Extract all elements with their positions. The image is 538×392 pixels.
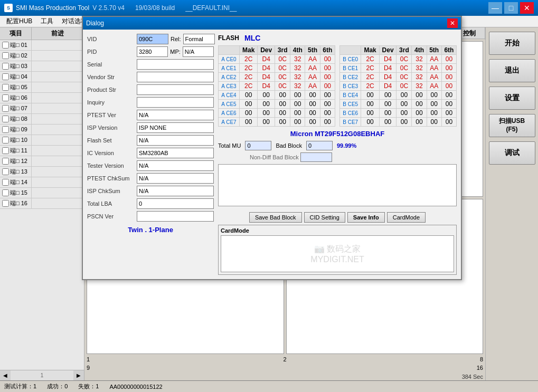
scroll-left[interactable]: ◀ — [0, 370, 11, 380]
port-progress — [32, 188, 84, 198]
flash-b4-mak: 00 — [361, 91, 379, 100]
card-mode-button[interactable]: CardMode — [387, 212, 426, 223]
mp-input[interactable] — [183, 46, 214, 57]
start-button[interactable]: 开始 — [489, 32, 535, 55]
list-item: 端□ 07 — [0, 103, 84, 114]
twin-label-container: Twin . 1-Plane — [87, 226, 214, 234]
scroll-right[interactable]: ▶ — [73, 370, 84, 380]
list-item: 端□ 01 — [0, 40, 84, 51]
port-checkbox[interactable] — [2, 126, 9, 133]
flash-a3-6th: 00 — [320, 82, 335, 91]
ptest-ver-input[interactable] — [137, 110, 214, 120]
port-cell: 端□ 16 — [0, 198, 32, 208]
port-checkbox[interactable] — [2, 63, 9, 70]
port-checkbox[interactable] — [2, 94, 9, 101]
flash-a5-5th: 00 — [305, 100, 320, 109]
flash-b6-6th: 00 — [441, 109, 456, 118]
ic-version-input[interactable] — [137, 148, 214, 158]
port-checkbox[interactable] — [2, 52, 9, 59]
tester-version-label: Tester Version — [87, 162, 135, 169]
right-panel: 开始 退出 设置 扫描USB(F5) 调试 — [485, 27, 538, 380]
list-item: 端□ 11 — [0, 146, 84, 156]
serial-input[interactable] — [137, 59, 214, 70]
minimize-button[interactable]: — — [488, 2, 502, 14]
list-item: 端□ 12 — [0, 156, 84, 167]
dialog-close-button[interactable]: ✕ — [447, 18, 458, 28]
port-checkbox[interactable] — [2, 105, 9, 112]
total-mu-input[interactable] — [245, 141, 271, 150]
port-progress — [32, 114, 84, 124]
flash-a1-mak: 2C — [239, 64, 257, 73]
bad-block-input[interactable] — [306, 141, 333, 150]
port-checkbox[interactable] — [2, 137, 9, 144]
ce-label-b1: B CE1 — [340, 64, 361, 73]
ce-label-a0: A CE0 — [219, 55, 240, 64]
flash-row-a-ce7: A CE7 00 00 00 00 00 00 — [219, 118, 335, 127]
port-cell: 端□ 03 — [0, 61, 32, 71]
product-label: Product Str — [87, 87, 135, 93]
flash-set-input[interactable] — [137, 135, 214, 146]
port-cell: 端□ 15 — [0, 188, 32, 198]
list-item: 端□ 09 — [0, 125, 84, 135]
port-progress — [32, 198, 84, 208]
ce-label-a7: A CE7 — [219, 118, 240, 127]
vid-input[interactable] — [137, 34, 168, 44]
menu-tools[interactable]: 工具 — [36, 16, 58, 27]
maximize-button[interactable]: □ — [504, 2, 518, 14]
exit-button[interactable]: 退出 — [489, 59, 535, 82]
debug-button[interactable]: 调试 — [489, 141, 535, 165]
flash-a7-mak: 00 — [239, 118, 257, 127]
port-checkbox[interactable] — [2, 42, 9, 49]
settings-button[interactable]: 设置 — [489, 87, 535, 110]
port-checkbox[interactable] — [2, 200, 9, 207]
close-button[interactable]: ✕ — [520, 2, 534, 14]
port-cell: 端□ 02 — [0, 51, 32, 61]
inquiry-input[interactable] — [137, 97, 214, 108]
flash-b4-3rd: 00 — [397, 91, 412, 100]
pscn-ver-input[interactable] — [137, 211, 214, 222]
tester-version-input[interactable] — [137, 160, 214, 171]
port-checkbox[interactable] — [2, 147, 9, 154]
log-textarea[interactable] — [218, 164, 457, 206]
rel-input[interactable] — [183, 34, 215, 44]
status-bar: 测试计算：1 成功：0 失败：1 AA00000000015122 — [0, 380, 538, 392]
total-lba-input[interactable] — [137, 198, 214, 209]
flash-b6-4th: 00 — [412, 109, 427, 118]
port-progress — [32, 61, 84, 71]
menu-configure-hub[interactable]: 配置HUB — [2, 16, 36, 27]
port-checkbox[interactable] — [2, 84, 9, 91]
save-bad-block-button[interactable]: Save Bad Block — [249, 212, 302, 223]
flash-table-b: Mak Dev 3rd 4th 5th 6th B CE0 2C D4 0C — [339, 45, 457, 127]
cid-setting-button[interactable]: CID Setting — [304, 212, 345, 223]
save-info-button[interactable]: Save Info — [347, 212, 385, 223]
port-checkbox[interactable] — [2, 73, 9, 80]
port-checkbox[interactable] — [2, 189, 9, 196]
port-checkbox[interactable] — [2, 116, 9, 122]
vendor-input[interactable] — [137, 72, 214, 82]
total-mu-label: Total MU — [218, 142, 241, 149]
dialog-title-bar: Dialog ✕ — [83, 17, 461, 30]
flash-a6-4th: 00 — [290, 109, 305, 118]
port-checkbox[interactable] — [2, 179, 9, 186]
total-lba-label: Total LBA — [87, 200, 135, 207]
port-checkbox[interactable] — [2, 168, 9, 175]
list-item: 端□ 05 — [0, 82, 84, 93]
scan-usb-button[interactable]: 扫描USB(F5) — [489, 114, 535, 137]
product-row: Product Str — [87, 84, 214, 95]
flash-a1-4th: 32 — [290, 64, 305, 73]
col-header-6th-a: 6th — [320, 46, 335, 55]
title-bar: S SMI Mass Production Tool V 2.5.70 v4 1… — [0, 0, 538, 16]
serial-label: Serial — [87, 61, 135, 68]
port-checkbox[interactable] — [2, 158, 9, 165]
section-label-8: 8 — [480, 356, 483, 362]
isp-version-input[interactable] — [137, 122, 214, 133]
vendor-label: Vendor Str — [87, 74, 135, 80]
ptest-chksum-input[interactable] — [137, 173, 214, 184]
nondiff-bad-block-input[interactable] — [300, 152, 332, 162]
isp-version-row: ISP Version — [87, 122, 214, 133]
pid-input[interactable] — [137, 46, 168, 57]
isp-chksum-input[interactable] — [137, 186, 214, 196]
flash-b5-5th: 00 — [427, 100, 441, 109]
ptest-ver-label: PTEST Ver — [87, 112, 135, 118]
product-input[interactable] — [137, 84, 214, 95]
